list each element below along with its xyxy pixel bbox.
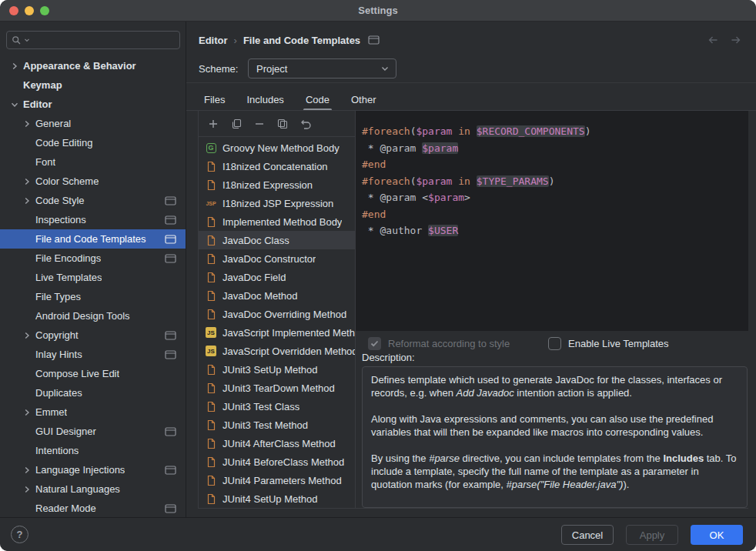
sidebar-item-file-types[interactable]: File Types <box>0 287 186 306</box>
sidebar-item-language-injections[interactable]: Language Injections <box>0 460 186 479</box>
chevron-right-icon[interactable] <box>20 332 34 339</box>
template-item-junit3-test-class[interactable]: JUnit3 Test Class <box>199 397 355 416</box>
chevron-right-icon[interactable] <box>20 178 34 185</box>
minimize-button[interactable] <box>25 6 34 15</box>
chevron-down-icon[interactable] <box>8 101 22 109</box>
sidebar-item-reader-mode[interactable]: Reader Mode <box>0 499 186 517</box>
screen-badge-icon <box>165 235 176 244</box>
template-item-javadoc-method[interactable]: JavaDoc Method <box>199 286 355 305</box>
chevron-right-icon[interactable] <box>20 120 34 128</box>
add-template-button[interactable] <box>206 117 220 131</box>
template-editor[interactable]: #foreach($param in $RECORD_COMPONENTS) *… <box>356 111 748 331</box>
template-item-label: JavaScript Implemented Method <box>222 327 355 339</box>
template-item-junit3-setup-method[interactable]: JUnit3 SetUp Method <box>199 360 355 379</box>
reformat-checkbox[interactable] <box>368 337 381 350</box>
template-item-label: JUnit3 Test Method <box>222 419 308 431</box>
sidebar-item-inlay-hints[interactable]: Inlay Hints <box>0 345 186 364</box>
sidebar-item-live-templates[interactable]: Live Templates <box>0 268 186 287</box>
scheme-label: Scheme: <box>199 63 238 75</box>
chevron-right-icon[interactable] <box>8 62 22 70</box>
settings-search-input[interactable] <box>32 35 175 46</box>
template-item-label: JavaDoc Method <box>222 290 298 302</box>
sidebar-item-general[interactable]: General <box>0 114 186 133</box>
code-line: #foreach($param in $TYPE_PARAMS) <box>362 173 748 190</box>
sidebar-item-editor[interactable]: Editor <box>0 95 186 114</box>
sidebar-item-emmet[interactable]: Emmet <box>0 402 186 422</box>
template-item-i18nized-expression[interactable]: I18nized Expression <box>199 175 355 194</box>
sidebar-item-label: Android Design Tools <box>35 310 130 322</box>
sidebar-item-color-scheme[interactable]: Color Scheme <box>0 172 186 191</box>
sidebar-item-code-editing[interactable]: Code Editing <box>0 133 186 152</box>
copy-template-button[interactable] <box>229 117 243 131</box>
separator <box>198 508 748 509</box>
sidebar-item-font[interactable]: Font <box>0 152 186 172</box>
sidebar-item-compose-live-edit[interactable]: Compose Live Edit <box>0 364 186 383</box>
tab-includes[interactable]: Includes <box>244 88 286 110</box>
breadcrumb-item-editor[interactable]: Editor <box>199 35 228 46</box>
help-button[interactable]: ? <box>11 526 28 543</box>
sidebar-item-intentions[interactable]: Intentions <box>0 441 186 460</box>
sidebar-item-label: File Encodings <box>35 252 101 264</box>
sidebar-item-appearance-behavior[interactable]: Appearance & Behavior <box>0 56 186 75</box>
template-item-javascript-implemented-method[interactable]: JSJavaScript Implemented Method <box>199 323 355 342</box>
tab-files[interactable]: Files <box>202 88 227 110</box>
sidebar-item-natural-languages[interactable]: Natural Languages <box>0 479 186 499</box>
fullscreen-button[interactable] <box>40 6 49 15</box>
code-line: * @author $USER <box>362 222 748 239</box>
duplicate-template-button[interactable] <box>276 117 289 131</box>
template-file-icon <box>205 493 217 505</box>
sidebar-item-inspections[interactable]: Inspections <box>0 210 186 229</box>
template-item-junit4-afterclass-method[interactable]: JUnit4 AfterClass Method <box>199 434 355 452</box>
tab-code[interactable]: Code <box>303 88 332 110</box>
template-item-groovy-new-method-body[interactable]: GGroovy New Method Body <box>199 139 355 157</box>
template-item-junit3-test-method[interactable]: JUnit3 Test Method <box>199 416 355 434</box>
tab-other[interactable]: Other <box>349 88 379 110</box>
template-item-junit4-setup-method[interactable]: JUnit4 SetUp Method <box>199 489 355 508</box>
sidebar-item-file-and-code-templates[interactable]: File and Code Templates <box>0 229 186 249</box>
template-file-icon <box>205 161 217 172</box>
tab-bar: FilesIncludesCodeOther <box>202 88 378 110</box>
template-item-junit3-teardown-method[interactable]: JUnit3 TearDown Method <box>199 379 355 397</box>
forward-button[interactable] <box>730 35 742 45</box>
sidebar-item-keymap[interactable]: Keymap <box>0 75 186 95</box>
template-file-icon <box>205 382 217 394</box>
apply-button[interactable]: Apply <box>626 525 678 545</box>
sidebar-item-copyright[interactable]: Copyright <box>0 326 186 345</box>
sidebar-item-android-design-tools[interactable]: Android Design Tools <box>0 306 186 326</box>
settings-window: Settings Appearance & BehaviorKeymapEdit… <box>0 0 756 551</box>
sidebar-item-duplicates[interactable]: Duplicates <box>0 383 186 402</box>
template-item-i18nized-concatenation[interactable]: I18nized Concatenation <box>199 157 355 175</box>
template-item-javadoc-class[interactable]: JavaDoc Class <box>199 231 355 249</box>
reformat-option: Reformat according to style <box>368 336 510 350</box>
template-item-javadoc-overriding-method[interactable]: JavaDoc Overriding Method <box>199 305 355 323</box>
remove-template-button[interactable] <box>253 117 266 131</box>
sidebar-item-label: Inspections <box>35 214 86 225</box>
cancel-button[interactable]: Cancel <box>561 525 614 545</box>
chevron-right-icon[interactable] <box>20 466 34 474</box>
template-item-junit4-parameters-method[interactable]: JUnit4 Parameters Method <box>199 471 355 489</box>
template-item-junit4-beforeclass-method[interactable]: JUnit4 BeforeClass Method <box>199 452 355 471</box>
back-button[interactable] <box>707 35 719 45</box>
search-history-chevron-icon[interactable] <box>24 37 30 43</box>
reset-template-button[interactable] <box>299 117 313 131</box>
breadcrumb-item-file-and-code-templates[interactable]: File and Code Templates <box>243 35 360 46</box>
chevron-right-icon[interactable] <box>20 197 34 205</box>
ok-button[interactable]: OK <box>691 525 743 545</box>
sidebar-item-label: Emmet <box>35 406 67 418</box>
template-file-icon <box>205 309 217 320</box>
template-item-i18nized-jsp-expression[interactable]: JSPI18nized JSP Expression <box>199 194 355 212</box>
template-item-implemented-method-body[interactable]: Implemented Method Body <box>199 212 355 231</box>
close-button[interactable] <box>9 6 18 15</box>
sidebar-item-code-style[interactable]: Code Style <box>0 191 186 210</box>
chevron-right-icon[interactable] <box>20 486 34 493</box>
scheme-select[interactable]: Project <box>248 58 396 78</box>
chevron-right-icon[interactable] <box>20 409 34 416</box>
search-field[interactable] <box>6 31 180 49</box>
sidebar-item-file-encodings[interactable]: File Encodings <box>0 249 186 268</box>
template-item-javadoc-constructor[interactable]: JavaDoc Constructor <box>199 249 355 268</box>
template-item-javascript-overridden-method[interactable]: JSJavaScript Overridden Method <box>199 342 355 360</box>
live-templates-checkbox[interactable] <box>548 337 561 350</box>
template-item-javadoc-field[interactable]: JavaDoc Field <box>199 268 355 286</box>
screen-badge-icon <box>165 466 176 475</box>
sidebar-item-gui-designer[interactable]: GUI Designer <box>0 422 186 441</box>
